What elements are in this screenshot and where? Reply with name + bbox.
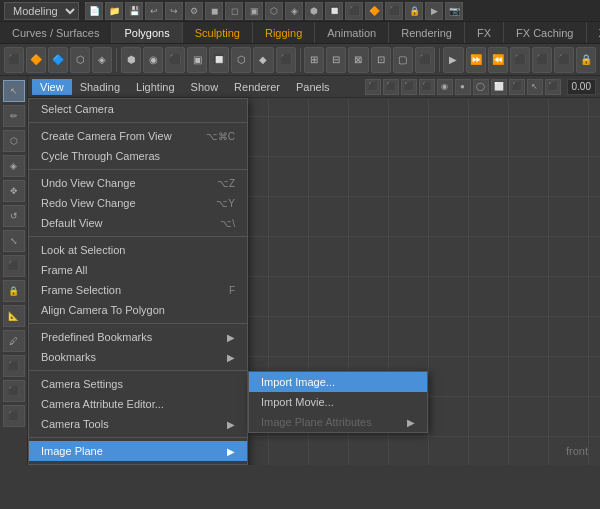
snap-icon[interactable]: 🔒: [405, 2, 423, 20]
menu-shading[interactable]: Shading: [72, 79, 128, 95]
vp-icon-11[interactable]: ⬛: [545, 79, 561, 95]
scale-tool-icon[interactable]: ⬡: [70, 47, 90, 73]
move-tool-icon[interactable]: 🔶: [26, 47, 46, 73]
menu-lighting[interactable]: Lighting: [128, 79, 183, 95]
lasso-tool[interactable]: ⬡: [3, 130, 25, 152]
snap5-icon[interactable]: ▢: [393, 47, 413, 73]
snap3-icon[interactable]: ⊠: [348, 47, 368, 73]
rotate-tool-icon[interactable]: 🔷: [48, 47, 68, 73]
tool10-icon[interactable]: ⬛: [385, 2, 403, 20]
vp-icon-6[interactable]: ●: [455, 79, 471, 95]
vp-icon-1[interactable]: ⬛: [365, 79, 381, 95]
poly2-icon[interactable]: ⬢: [121, 47, 141, 73]
poly7-icon[interactable]: ⬡: [231, 47, 251, 73]
open-file-icon[interactable]: 📁: [105, 2, 123, 20]
menu-create-camera[interactable]: Create Camera From View ⌥⌘C: [29, 126, 247, 146]
snap6-icon[interactable]: ⬛: [415, 47, 435, 73]
move2-tool[interactable]: ✥: [3, 180, 25, 202]
poly5-icon[interactable]: ▣: [187, 47, 207, 73]
tool3-icon[interactable]: ▣: [245, 2, 263, 20]
menu-default-view[interactable]: Default View ⌥\: [29, 213, 247, 233]
save-file-icon[interactable]: 💾: [125, 2, 143, 20]
viewport[interactable]: View Shading Lighting Show Renderer Pane…: [28, 76, 600, 465]
undo-icon[interactable]: ↩: [145, 2, 163, 20]
sculpt-tool[interactable]: ◈: [3, 155, 25, 177]
settings-icon[interactable]: ⚙: [185, 2, 203, 20]
tool8-icon[interactable]: ⬛: [345, 2, 363, 20]
mode-dropdown[interactable]: Modeling: [4, 2, 79, 20]
snap2-icon[interactable]: ⊟: [326, 47, 346, 73]
vp-icon-7[interactable]: ◯: [473, 79, 489, 95]
extra3-tool[interactable]: ⬛: [3, 405, 25, 427]
snap-tool[interactable]: 🔒: [3, 280, 25, 302]
menu-camera-attr-editor[interactable]: Camera Attribute Editor...: [29, 394, 247, 414]
anim7-icon[interactable]: 🔒: [576, 47, 596, 73]
menu-view[interactable]: View: [32, 79, 72, 95]
menu-camera-settings[interactable]: Camera Settings: [29, 374, 247, 394]
poly9-icon[interactable]: ⬛: [276, 47, 296, 73]
poly8-icon[interactable]: ◆: [253, 47, 273, 73]
menu-show[interactable]: Show: [183, 79, 227, 95]
poly6-icon[interactable]: 🔲: [209, 47, 229, 73]
snap1-icon[interactable]: ⊞: [304, 47, 324, 73]
tab-rendering[interactable]: Rendering: [389, 22, 465, 43]
vp-icon-10[interactable]: ↖: [527, 79, 543, 95]
poly-tool-icon[interactable]: ◈: [92, 47, 112, 73]
redo-icon[interactable]: ↪: [165, 2, 183, 20]
select-tool-icon[interactable]: ⬛: [4, 47, 24, 73]
vp-icon-5[interactable]: ◉: [437, 79, 453, 95]
vp-icon-4[interactable]: ⬛: [419, 79, 435, 95]
menu-bookmarks[interactable]: Bookmarks ▶: [29, 347, 247, 367]
anim1-icon[interactable]: ▶: [443, 47, 463, 73]
menu-undo-view[interactable]: Undo View Change ⌥Z: [29, 173, 247, 193]
menu-panels[interactable]: Panels: [288, 79, 338, 95]
tool7-icon[interactable]: 🔲: [325, 2, 343, 20]
vp-icon-2[interactable]: ⬛: [383, 79, 399, 95]
tab-fx-caching[interactable]: FX Caching: [504, 22, 586, 43]
tab-curves-surfaces[interactable]: Curves / Surfaces: [0, 22, 112, 43]
tool1-icon[interactable]: ◼: [205, 2, 223, 20]
scale2-tool[interactable]: ⤡: [3, 230, 25, 252]
vp-icon-9[interactable]: ⬛: [509, 79, 525, 95]
anim4-icon[interactable]: ⬛: [510, 47, 530, 73]
select-tool[interactable]: ↖: [3, 80, 25, 102]
tool6-icon[interactable]: ⬢: [305, 2, 323, 20]
menu-frame-selection[interactable]: Frame Selection F: [29, 280, 247, 300]
tab-rigging[interactable]: Rigging: [253, 22, 315, 43]
snap4-icon[interactable]: ⊡: [371, 47, 391, 73]
menu-redo-view[interactable]: Redo View Change ⌥Y: [29, 193, 247, 213]
menu-renderer[interactable]: Renderer: [226, 79, 288, 95]
poly4-icon[interactable]: ⬛: [165, 47, 185, 73]
rotate2-tool[interactable]: ↺: [3, 205, 25, 227]
cam-icon[interactable]: 📷: [445, 2, 463, 20]
paint-tool[interactable]: ✏: [3, 105, 25, 127]
menu-select-camera[interactable]: Select Camera: [29, 99, 247, 119]
menu-frame-all[interactable]: Frame All: [29, 260, 247, 280]
extra-tool[interactable]: ⬛: [3, 355, 25, 377]
tab-polygons[interactable]: Polygons: [112, 22, 182, 43]
tab-animation[interactable]: Animation: [315, 22, 389, 43]
menu-image-plane[interactable]: Image Plane ▶: [29, 441, 247, 461]
poly3-icon[interactable]: ◉: [143, 47, 163, 73]
vp-icon-8[interactable]: ⬜: [491, 79, 507, 95]
menu-look-selection[interactable]: Look at Selection: [29, 240, 247, 260]
anim5-icon[interactable]: ⬛: [532, 47, 552, 73]
menu-align-camera[interactable]: Align Camera To Polygon: [29, 300, 247, 320]
transform-tool[interactable]: ⬛: [3, 255, 25, 277]
annotate-tool[interactable]: 🖊: [3, 330, 25, 352]
tab-xgen[interactable]: XGen: [587, 22, 601, 43]
tool9-icon[interactable]: 🔶: [365, 2, 383, 20]
tool4-icon[interactable]: ⬡: [265, 2, 283, 20]
tool2-icon[interactable]: ◻: [225, 2, 243, 20]
anim2-icon[interactable]: ⏩: [466, 47, 486, 73]
view-menu-dropdown[interactable]: Select Camera Create Camera From View ⌥⌘…: [28, 98, 248, 465]
menu-predefined-bookmarks[interactable]: Predefined Bookmarks ▶: [29, 327, 247, 347]
vp-icon-3[interactable]: ⬛: [401, 79, 417, 95]
new-file-icon[interactable]: 📄: [85, 2, 103, 20]
menu-camera-tools[interactable]: Camera Tools ▶: [29, 414, 247, 434]
measure-tool[interactable]: 📐: [3, 305, 25, 327]
anim6-icon[interactable]: ⬛: [554, 47, 574, 73]
tool5-icon[interactable]: ◈: [285, 2, 303, 20]
render-icon[interactable]: ▶: [425, 2, 443, 20]
extra2-tool[interactable]: ⬛: [3, 380, 25, 402]
